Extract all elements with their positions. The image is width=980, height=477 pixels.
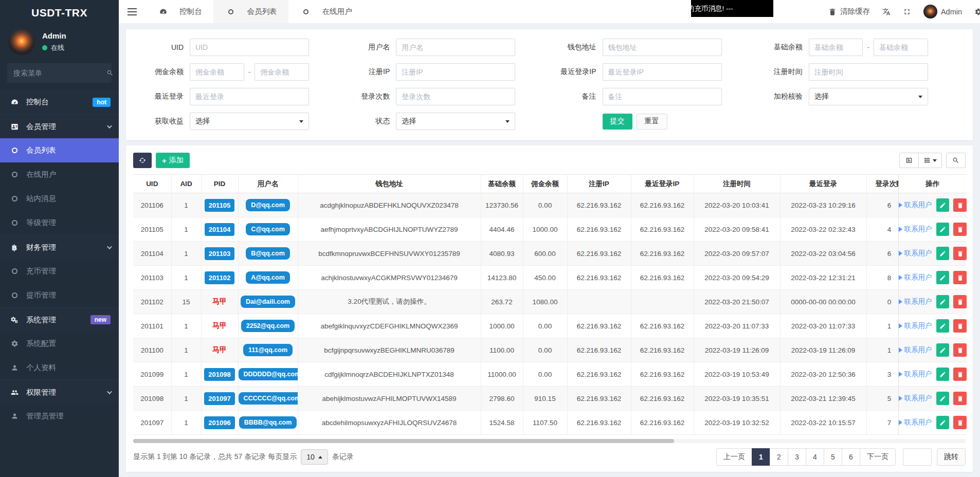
fullscreen-icon[interactable] — [903, 8, 911, 16]
topbar-admin[interactable]: Admin — [923, 5, 962, 19]
column-header-佣金余额[interactable]: 佣金余额 — [523, 175, 567, 193]
column-header-AID[interactable]: AID — [171, 175, 201, 193]
pid-badge[interactable]: 201102 — [205, 271, 235, 284]
filter-select-加粉核验[interactable]: 选择 — [809, 88, 928, 105]
filter-input-UID[interactable] — [190, 39, 309, 56]
contact-user-link[interactable]: 联系用户 — [899, 370, 932, 379]
contact-user-link[interactable]: 联系用户 — [899, 273, 932, 282]
delete-button[interactable] — [953, 247, 967, 260]
column-header-最近登录IP[interactable]: 最近登录IP — [631, 175, 694, 193]
contact-user-link[interactable]: 联系用户 — [899, 321, 932, 331]
tab-控制台[interactable]: 控制台 — [146, 0, 213, 23]
filter-select-状态[interactable]: 选择 — [396, 113, 515, 130]
filter-input-注册时间[interactable] — [809, 63, 928, 81]
column-header-注册时间[interactable]: 注册时间 — [694, 175, 780, 193]
delete-button[interactable] — [953, 416, 967, 429]
filter-select-获取收益[interactable]: 选择 — [190, 113, 309, 130]
tab-在线用户[interactable]: 在线用户 — [288, 0, 364, 23]
sidebar-item-充币管理[interactable]: 充币管理 — [0, 259, 119, 283]
edit-button[interactable] — [936, 223, 950, 236]
column-header-操作[interactable]: 操作 — [898, 175, 967, 193]
filter-input-最近登录[interactable] — [190, 88, 309, 105]
username-badge[interactable]: 2252@qq.com — [241, 320, 295, 332]
sidebar-item-会员列表[interactable]: 会员列表 — [0, 138, 119, 162]
next-page-button[interactable]: 下一页 — [860, 448, 896, 466]
filter-input-登录次数[interactable] — [396, 88, 515, 105]
pid-badge[interactable]: 201103 — [205, 247, 235, 260]
sidebar-item-提币管理[interactable]: 提币管理 — [0, 283, 119, 307]
add-button[interactable]: + 添加 — [156, 153, 190, 168]
filter-input-佣金余额-max[interactable] — [255, 63, 309, 81]
sidebar-item-管理员管理[interactable]: 管理员管理 — [0, 404, 119, 428]
contact-user-link[interactable]: 联系用户 — [899, 249, 932, 258]
edit-button[interactable] — [936, 271, 950, 284]
jump-button[interactable]: 跳转 — [937, 448, 966, 466]
sidebar-item-在线用户[interactable]: 在线用户 — [0, 162, 119, 187]
sidebar-item-控制台[interactable]: 控制台hot — [0, 90, 119, 114]
filter-input-佣金余额-min[interactable] — [190, 63, 244, 81]
filter-input-最近登录IP[interactable] — [603, 63, 722, 81]
delete-button[interactable] — [953, 319, 967, 333]
page-size-dropdown[interactable]: 10 — [301, 449, 328, 465]
delete-button[interactable] — [953, 223, 967, 236]
sidebar-item-会员管理[interactable]: 会员管理 — [0, 114, 119, 138]
column-header-UID[interactable]: UID — [133, 175, 171, 193]
filter-input-用户名[interactable] — [396, 39, 515, 56]
detail-view-button[interactable] — [899, 153, 919, 168]
page-button-3[interactable]: 3 — [788, 448, 806, 466]
column-header-基础余额[interactable]: 基础余额 — [481, 175, 523, 193]
column-header-最近登录[interactable]: 最近登录 — [780, 175, 866, 193]
username-badge[interactable]: Dai@daili.com — [241, 296, 295, 308]
column-header-PID[interactable]: PID — [201, 175, 238, 193]
page-button-5[interactable]: 5 — [824, 448, 842, 466]
sidebar-item-系统配置[interactable]: 系统配置 — [0, 332, 119, 356]
page-button-6[interactable]: 6 — [842, 448, 860, 466]
sidebar-item-权限管理[interactable]: 权限管理 — [0, 380, 119, 404]
reset-button[interactable]: 重置 — [637, 114, 667, 130]
contact-user-link[interactable]: 联系用户 — [899, 394, 932, 403]
search-icon[interactable] — [106, 69, 114, 77]
username-badge[interactable]: CCCCCC@qq.com — [239, 392, 298, 405]
gear-icon[interactable] — [974, 8, 980, 16]
contact-user-link[interactable]: 联系用户 — [899, 345, 932, 355]
delete-button[interactable] — [953, 343, 967, 357]
delete-button[interactable] — [953, 271, 967, 284]
filter-input-备注[interactable] — [603, 88, 722, 105]
hamburger-icon[interactable] — [119, 0, 146, 23]
edit-button[interactable] — [936, 343, 950, 357]
filter-input-基础余额-max[interactable] — [874, 39, 928, 56]
username-badge[interactable]: A@qq.com — [246, 271, 290, 284]
prev-page-button[interactable]: 上一页 — [716, 448, 752, 466]
edit-button[interactable] — [936, 319, 950, 333]
column-header-钱包地址[interactable]: 钱包地址 — [298, 175, 481, 193]
contact-user-link[interactable]: 联系用户 — [899, 418, 932, 427]
edit-button[interactable] — [936, 295, 950, 308]
contact-user-link[interactable]: 联系用户 — [899, 225, 932, 234]
refresh-button[interactable] — [133, 153, 152, 168]
sidebar-search-input[interactable] — [13, 69, 106, 77]
username-badge[interactable]: DDDDDD@qq.com — [239, 368, 298, 380]
edit-button[interactable] — [936, 368, 950, 381]
translate-icon[interactable] — [882, 8, 891, 16]
sidebar-item-等级管理[interactable]: 等级管理 — [0, 211, 119, 235]
contact-user-link[interactable]: 联系用户 — [899, 297, 932, 306]
page-button-1[interactable]: 1 — [752, 448, 770, 466]
column-header-注册IP[interactable]: 注册IP — [567, 175, 631, 193]
filter-input-基础余额-min[interactable] — [809, 39, 863, 56]
page-button-2[interactable]: 2 — [770, 448, 788, 466]
delete-button[interactable] — [953, 368, 967, 381]
jump-page-input[interactable] — [903, 448, 932, 466]
username-badge[interactable]: C@qq.com — [246, 223, 290, 235]
pid-badge[interactable]: 201097 — [204, 392, 234, 405]
columns-button[interactable] — [918, 153, 942, 168]
pid-badge[interactable]: 201098 — [204, 368, 234, 381]
clear-cache-button[interactable]: 清除缓存 — [828, 7, 870, 16]
tab-会员列表[interactable]: 会员列表 — [213, 0, 288, 23]
edit-button[interactable] — [936, 416, 950, 429]
avatar[interactable] — [8, 28, 35, 55]
delete-button[interactable] — [953, 392, 967, 405]
page-button-4[interactable]: 4 — [806, 448, 824, 466]
sidebar-item-个人资料[interactable]: 个人资料 — [0, 356, 119, 380]
edit-button[interactable] — [936, 392, 950, 405]
filter-input-注册IP[interactable] — [396, 63, 515, 81]
